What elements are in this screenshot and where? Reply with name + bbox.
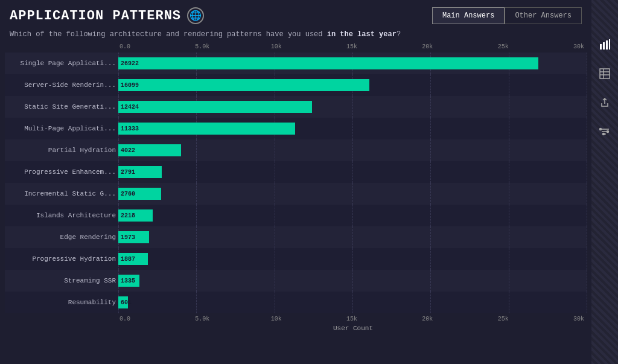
bar-label: Static Site Generati... bbox=[5, 103, 118, 110]
bar-row: Resumability601 bbox=[5, 292, 587, 313]
bar-row: Edge Rendering1973 bbox=[5, 226, 587, 248]
bars-container: Single Page Applicati...26922Server-Side… bbox=[5, 53, 587, 313]
svg-rect-3 bbox=[609, 39, 610, 49]
svg-rect-2 bbox=[606, 40, 608, 49]
bar-label: Progressive Hydration bbox=[5, 255, 118, 263]
bar-value-label: 12424 bbox=[118, 104, 141, 110]
axis-tick-label: 20k bbox=[422, 43, 497, 50]
svg-rect-1 bbox=[603, 42, 605, 49]
axis-tick-label: 10k bbox=[271, 43, 346, 50]
x-axis-top: 0.05.0k10k15k20k25k30k bbox=[119, 43, 584, 50]
filter-icon[interactable] bbox=[596, 123, 613, 140]
x-axis-bottom: 0.05.0k10k15k20k25k30k bbox=[119, 316, 584, 322]
bar-area: 601 bbox=[118, 292, 587, 313]
bar-label: Single Page Applicati... bbox=[5, 60, 118, 67]
bar-area: 1887 bbox=[118, 248, 587, 270]
svg-rect-4 bbox=[600, 69, 610, 78]
bar-label: Multi-Page Applicati... bbox=[5, 125, 118, 132]
bar-value-label: 11333 bbox=[118, 126, 141, 132]
bar-value-label: 2791 bbox=[118, 169, 138, 176]
page-title: APPLICATION PATTERNS bbox=[10, 8, 181, 24]
bar-fill: 2791 bbox=[118, 166, 162, 178]
svg-point-12 bbox=[607, 131, 609, 133]
bar-fill: 1887 bbox=[118, 253, 148, 265]
svg-rect-0 bbox=[600, 44, 602, 49]
header: APPLICATION PATTERNS 🌐 Main Answers Othe… bbox=[0, 7, 591, 30]
bar-row: Static Site Generati...12424 bbox=[5, 96, 587, 118]
table-icon[interactable] bbox=[596, 65, 613, 82]
bar-value-label: 4022 bbox=[118, 147, 138, 154]
bar-label: Server-Side Renderin... bbox=[5, 81, 118, 89]
bar-label: Streaming SSR bbox=[5, 277, 118, 284]
bar-value-label: 1887 bbox=[118, 256, 138, 263]
bar-row: Server-Side Renderin...16099 bbox=[5, 74, 587, 96]
bar-label: Resumability bbox=[5, 299, 118, 306]
x-axis-title: User Count bbox=[119, 325, 587, 332]
axis-tick-label: 30k bbox=[573, 43, 584, 50]
bar-value-label: 601 bbox=[118, 299, 134, 306]
bar-fill: 16099 bbox=[118, 79, 369, 91]
bar-area: 26922 bbox=[118, 53, 587, 74]
bar-value-label: 1973 bbox=[118, 234, 138, 241]
bar-fill: 1973 bbox=[118, 231, 149, 243]
tab-other-answers[interactable]: Other Answers bbox=[505, 7, 582, 24]
chart-area: 0.05.0k10k15k20k25k30k Single Page Appli… bbox=[0, 43, 591, 364]
axis-tick-label: 15k bbox=[346, 316, 422, 322]
bar-area: 2218 bbox=[118, 205, 587, 226]
bar-fill: 601 bbox=[118, 296, 128, 308]
axis-tick-label: 0.0 bbox=[119, 316, 195, 322]
tab-main-answers[interactable]: Main Answers bbox=[432, 7, 505, 24]
bar-area: 16099 bbox=[118, 74, 587, 96]
bar-area: 2791 bbox=[118, 161, 587, 183]
bar-fill: 4022 bbox=[118, 144, 181, 156]
bar-area: 2760 bbox=[118, 183, 587, 205]
axis-tick-label: 0.0 bbox=[119, 43, 195, 50]
bar-fill: 2760 bbox=[118, 188, 161, 200]
sidebar bbox=[591, 0, 618, 364]
bar-label: Partial Hydration bbox=[5, 147, 118, 154]
bar-area: 1335 bbox=[118, 270, 587, 292]
chart-subtitle: Which of the following architecture and … bbox=[0, 30, 591, 43]
bar-label: Progressive Enhancem... bbox=[5, 168, 118, 176]
bar-fill: 26922 bbox=[118, 57, 538, 69]
axis-tick-label: 5.0k bbox=[195, 316, 270, 322]
axis-tick-label: 25k bbox=[498, 316, 573, 322]
bar-row: Multi-Page Applicati...11333 bbox=[5, 118, 587, 139]
svg-point-11 bbox=[600, 129, 602, 130]
bar-row: Progressive Enhancem...2791 bbox=[5, 161, 587, 183]
bar-row: Streaming SSR1335 bbox=[5, 270, 587, 292]
bar-fill: 11333 bbox=[118, 123, 295, 135]
axis-tick-label: 5.0k bbox=[195, 43, 270, 50]
bar-value-label: 1335 bbox=[118, 278, 138, 284]
bar-row: Incremental Static G...2760 bbox=[5, 183, 587, 205]
bar-area: 4022 bbox=[118, 139, 587, 161]
bar-label: Islands Architecture bbox=[5, 212, 118, 219]
bar-fill: 1335 bbox=[118, 275, 139, 287]
title-area: APPLICATION PATTERNS 🌐 bbox=[10, 7, 204, 24]
export-icon[interactable] bbox=[596, 94, 613, 111]
axis-tick-label: 15k bbox=[346, 43, 422, 50]
bar-area: 11333 bbox=[118, 118, 587, 139]
bar-row: Partial Hydration4022 bbox=[5, 139, 587, 161]
bar-value-label: 2218 bbox=[118, 212, 138, 219]
bar-label: Incremental Static G... bbox=[5, 190, 118, 197]
bar-value-label: 26922 bbox=[118, 60, 141, 67]
globe-icon: 🌐 bbox=[187, 7, 204, 24]
svg-point-13 bbox=[603, 133, 605, 135]
tab-group: Main Answers Other Answers bbox=[432, 7, 582, 24]
bar-area: 1973 bbox=[118, 226, 587, 248]
bar-value-label: 16099 bbox=[118, 82, 141, 89]
axis-tick-label: 25k bbox=[498, 43, 573, 50]
bar-row: Single Page Applicati...26922 bbox=[5, 53, 587, 74]
bar-value-label: 2760 bbox=[118, 191, 138, 197]
bar-fill: 12424 bbox=[118, 101, 312, 113]
bar-label: Edge Rendering bbox=[5, 234, 118, 241]
bar-fill: 2218 bbox=[118, 209, 153, 222]
bar-row: Islands Architecture2218 bbox=[5, 205, 587, 226]
axis-tick-label: 20k bbox=[422, 316, 497, 322]
bar-row: Progressive Hydration1887 bbox=[5, 248, 587, 270]
bar-chart-icon[interactable] bbox=[596, 36, 613, 53]
bar-area: 12424 bbox=[118, 96, 587, 118]
axis-tick-label: 30k bbox=[573, 316, 584, 322]
axis-tick-label: 10k bbox=[271, 316, 346, 322]
